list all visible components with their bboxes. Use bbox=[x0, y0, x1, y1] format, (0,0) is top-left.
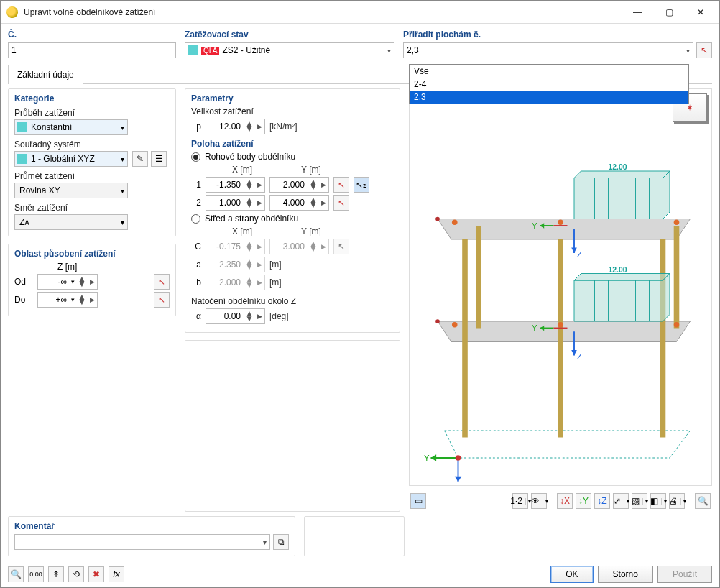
center-radio[interactable] bbox=[191, 214, 200, 224]
svg-text:Y: Y bbox=[532, 323, 537, 332]
comment-copy-button[interactable]: ⧉ bbox=[273, 534, 289, 550]
chevron-down-icon: ▾ bbox=[121, 155, 124, 163]
c-x-input[interactable]: ▲▼▶ bbox=[206, 239, 265, 254]
alpha-symbol: α bbox=[191, 311, 201, 321]
position-title: Poloha zatížení bbox=[191, 139, 394, 149]
row1-pick2-button[interactable]: ↖₂ bbox=[354, 177, 369, 193]
axis-x-icon: ↕X bbox=[560, 496, 570, 506]
corner-radio[interactable] bbox=[191, 152, 200, 162]
comment-panel: Komentář ▾ ⧉ bbox=[8, 516, 295, 556]
number-input[interactable] bbox=[8, 42, 176, 58]
range-from-input[interactable]: ▾▲▼▶ bbox=[37, 274, 98, 290]
projection-select[interactable]: Rovina XY ▾ bbox=[14, 183, 128, 198]
comment-select[interactable]: ▾ bbox=[14, 534, 270, 550]
select-icon: ▭ bbox=[415, 496, 423, 506]
alpha-input[interactable]: ▲▼▶ bbox=[206, 308, 265, 324]
view-zoom-reset-button[interactable]: 🔍 bbox=[695, 493, 711, 509]
chevron-down-icon: ▾ bbox=[121, 187, 124, 195]
print-icon: 🖨 bbox=[666, 496, 680, 506]
a-input[interactable]: ▲▼▶ bbox=[206, 257, 265, 272]
view-visibility-button[interactable]: 👁▾ bbox=[531, 493, 547, 509]
magnitude-label: Velikost zatížení bbox=[191, 106, 394, 116]
help-button[interactable]: 🔍 bbox=[8, 566, 24, 582]
assign-dropdown-list[interactable]: Vše 2-4 2,3 bbox=[409, 64, 689, 104]
apply-button: Použít bbox=[657, 566, 712, 583]
ok-button[interactable]: OK bbox=[550, 566, 593, 583]
coord-system-select[interactable]: 1 - Globální XYZ ▾ bbox=[14, 151, 128, 167]
range-title: Oblast působení zatížení bbox=[14, 249, 170, 259]
b-input[interactable]: ▲▼▶ bbox=[206, 275, 265, 290]
center-radio-row[interactable]: Střed a strany obdélníku bbox=[191, 213, 394, 224]
row2-x-input[interactable]: ▲▼▶ bbox=[206, 195, 265, 211]
range-from-pick-button[interactable]: ↖ bbox=[154, 274, 170, 290]
units-icon: 0,00 bbox=[29, 571, 42, 578]
corner-radio-row[interactable]: Rohové body obdélníku bbox=[191, 152, 394, 162]
view-print-button[interactable]: 🖨▾ bbox=[669, 493, 685, 509]
loadcase-select[interactable]: QI A ZS2 - Užitné ▾ bbox=[185, 42, 394, 58]
view-render-button[interactable]: ◧▾ bbox=[650, 493, 666, 509]
range-to-label: Do bbox=[14, 295, 30, 305]
corner-radio-label: Rohové body obdélníku bbox=[205, 152, 295, 162]
row2-y-input[interactable]: ▲▼▶ bbox=[269, 195, 329, 211]
svg-point-32 bbox=[435, 217, 440, 221]
svg-marker-51 bbox=[455, 477, 462, 482]
units-button[interactable]: 0,00 bbox=[28, 566, 44, 582]
cancel-button[interactable]: Storno bbox=[598, 566, 653, 583]
minimize-button[interactable]: — bbox=[622, 2, 653, 22]
chevron-down-icon: ▾ bbox=[686, 47, 690, 55]
numbering-icon: 1·2 bbox=[507, 496, 525, 506]
coord-new-button[interactable]: ✎ bbox=[132, 151, 148, 167]
load-course-value: Konstantní bbox=[31, 122, 72, 132]
view-y-button[interactable]: ↕Y bbox=[576, 493, 591, 509]
mid-empty-panel bbox=[185, 340, 400, 512]
assign-option-all[interactable]: Vše bbox=[410, 65, 688, 78]
view-numbering-button[interactable]: 1·2▾ bbox=[512, 493, 528, 509]
range-to-pick-button[interactable]: ↖ bbox=[154, 292, 170, 308]
function-button[interactable]: fx bbox=[109, 566, 124, 582]
load-course-label: Průběh zatížení bbox=[14, 108, 170, 118]
svg-marker-13 bbox=[663, 274, 670, 322]
view-z-button[interactable]: ↕Z bbox=[594, 493, 610, 509]
help-icon: 🔍 bbox=[11, 569, 22, 579]
new-icon: ✎ bbox=[137, 154, 144, 164]
row2-pick-button[interactable]: ↖ bbox=[333, 195, 349, 211]
view-select-button[interactable]: ▭ bbox=[410, 493, 426, 509]
row1-pick-button[interactable]: ↖ bbox=[333, 177, 349, 193]
range-z-head: Z [m] bbox=[57, 262, 170, 272]
close-button[interactable]: ✕ bbox=[685, 2, 716, 22]
svg-text:Z: Z bbox=[577, 352, 582, 361]
tab-basic-data[interactable]: Základní údaje bbox=[8, 65, 83, 84]
chevron-down-icon: ▾ bbox=[387, 47, 391, 55]
pick-surfaces-button[interactable]: ↖ bbox=[696, 42, 712, 58]
range-to-input[interactable]: ▾▲▼▶ bbox=[37, 292, 98, 308]
color-swatch bbox=[17, 154, 27, 164]
coord-list-button[interactable]: ☰ bbox=[151, 151, 167, 167]
row1-y-input[interactable]: ▲▼▶ bbox=[269, 177, 329, 193]
view-x-button[interactable]: ↕X bbox=[557, 493, 573, 509]
assign-option-23[interactable]: 2,3 bbox=[410, 91, 688, 104]
svg-marker-38 bbox=[571, 247, 577, 253]
cursor-icon: ↖ bbox=[338, 198, 345, 208]
parameters-title: Parametry bbox=[191, 93, 394, 104]
p-symbol: p bbox=[191, 121, 201, 132]
axis-z-icon: ↕Z bbox=[597, 496, 606, 506]
tool5-button[interactable]: ✖ bbox=[88, 566, 104, 582]
row1-x-input[interactable]: ▲▼▶ bbox=[206, 177, 265, 193]
view-axes-button[interactable]: ⤢▾ bbox=[613, 493, 629, 509]
maximize-button[interactable]: ▢ bbox=[653, 2, 685, 22]
view-section-button[interactable]: ▧▾ bbox=[632, 493, 647, 509]
load-course-select[interactable]: Konstantní ▾ bbox=[14, 119, 128, 135]
assign-option-24[interactable]: 2-4 bbox=[410, 78, 688, 91]
zoom-reset-icon: 🔍 bbox=[698, 496, 709, 506]
y-head-2: Y [m] bbox=[279, 226, 343, 236]
model-viewer[interactable]: ✶ bbox=[409, 88, 712, 486]
tool4-button[interactable]: ⟲ bbox=[68, 566, 84, 582]
snap-button[interactable]: ↟ bbox=[48, 566, 64, 582]
number-section-label: Č. bbox=[8, 29, 176, 40]
c-y-input[interactable]: ▲▼▶ bbox=[269, 239, 329, 254]
direction-select[interactable]: Zᴀ ▾ bbox=[14, 214, 128, 230]
p-input[interactable]: ▲▼▶ bbox=[206, 119, 265, 134]
copy-icon: ⧉ bbox=[278, 537, 285, 547]
assign-select[interactable]: 2,3 ▾ bbox=[403, 42, 693, 58]
rotation-label: Natočení obdélníku okolo Z bbox=[191, 296, 394, 306]
